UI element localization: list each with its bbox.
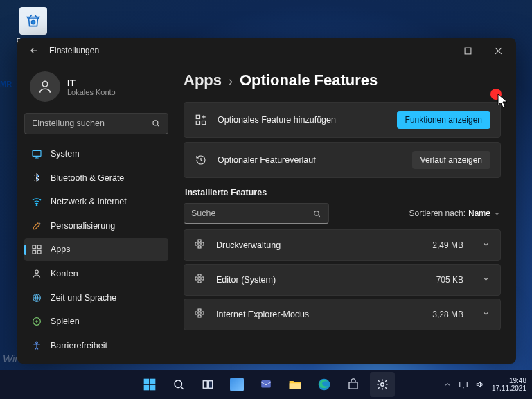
feature-size: 3,28 MB [432,310,463,319]
svg-point-2 [42,81,48,87]
sidebar-item-system[interactable]: System [24,143,168,166]
sidebar-item-label: Konten [51,269,78,278]
feature-name: Druckverwaltung [216,240,423,250]
desktop-side-label: MR [0,80,12,88]
puzzle-icon [194,273,206,287]
feature-row[interactable]: Editor (System) 705 KB [184,264,501,296]
sort-control[interactable]: Sortieren nach: Name [409,209,501,218]
settings-search-placeholder: Einstellung suchen [32,118,151,128]
svg-rect-25 [261,380,271,388]
feature-size: 705 KB [436,275,463,285]
history-card: Optionaler Featureverlauf Verlauf anzeig… [184,142,501,178]
main-content: Apps › Optionale Features Optionales Fea… [175,63,516,364]
svg-point-5 [36,205,37,206]
edge-button[interactable] [312,372,337,397]
page-title: Optionale Features [240,71,378,89]
chevron-up-icon[interactable] [443,380,452,389]
sidebar-item-time[interactable]: Zeit und Sprache [24,286,168,309]
titlebar: Einstellungen [17,38,516,63]
sidebar-item-apps[interactable]: Apps [24,238,168,261]
search-button[interactable] [166,372,191,397]
explorer-button[interactable] [283,372,308,397]
sort-value: Name [468,209,490,218]
clock[interactable]: 19:48 17.11.2021 [492,377,526,393]
svg-rect-15 [202,121,206,125]
svg-rect-7 [37,245,41,249]
account-block[interactable]: IT Lokales Konto [24,67,168,112]
puzzle-icon [194,308,206,321]
puzzle-icon [194,238,206,252]
svg-rect-19 [150,379,156,384]
sidebar-item-label: Bluetooth & Geräte [51,173,124,183]
sidebar-item-label: Zeit und Sprache [51,293,116,303]
volume-tray-icon[interactable] [475,380,485,389]
sidebar-item-personalization[interactable]: Personalisierung [24,214,168,237]
svg-rect-24 [209,381,213,389]
settings-window: Einstellungen IT Lokales Konto Einstellu… [17,38,516,364]
bluetooth-icon [31,172,42,184]
view-history-button[interactable]: Verlauf anzeigen [412,151,490,169]
click-indicator [490,89,502,100]
svg-rect-8 [33,251,36,254]
close-button[interactable] [483,38,513,63]
svg-point-28 [381,383,384,387]
installed-header: Installierte Features [185,188,499,197]
chat-button[interactable] [254,372,278,397]
brush-icon [31,220,42,231]
window-title: Einstellungen [49,46,99,55]
feature-name: Editor (System) [216,275,427,285]
feature-row[interactable]: Internet Explorer-Modus 3,28 MB [184,299,501,330]
user-icon [31,268,42,279]
feature-row[interactable]: Druckverwaltung 2,49 MB [184,229,501,261]
store-button[interactable] [341,372,366,397]
svg-rect-9 [37,251,41,254]
sidebar-item-network[interactable]: Netzwerk & Internet [24,190,168,213]
settings-search-input[interactable]: Einstellung suchen [24,113,168,134]
svg-rect-1 [465,48,471,54]
sidebar-item-accessibility[interactable]: Barrierefreiheit [24,334,168,357]
wifi-icon [31,196,42,207]
sidebar-item-label: Spielen [51,317,80,326]
task-view-button[interactable] [195,372,220,397]
chevron-down-icon [481,274,490,286]
chevron-down-icon [493,210,501,218]
sidebar-item-bluetooth[interactable]: Bluetooth & Geräte [24,166,168,189]
svg-point-17 [314,211,319,215]
feature-search-placeholder: Suche [191,209,312,218]
account-name: IT [67,78,116,88]
feature-name: Internet Explorer-Modus [216,310,423,319]
chevron-down-icon [481,308,490,321]
svg-point-22 [175,380,182,388]
minimize-button[interactable] [422,38,452,63]
breadcrumb: Apps › Optionale Features [184,71,501,89]
svg-point-3 [153,121,158,125]
settings-taskbar-button[interactable] [370,372,395,397]
history-icon [194,153,208,167]
sidebar-item-gaming[interactable]: Spielen [24,310,168,333]
svg-rect-16 [196,121,200,125]
search-icon [151,118,161,128]
feature-search-input[interactable]: Suche [184,203,329,224]
sort-prefix: Sortieren nach: [409,209,466,218]
account-sub: Lokales Konto [67,88,116,96]
date-text: 17.11.2021 [492,384,526,393]
chevron-right-icon: › [229,74,233,89]
view-features-button[interactable]: Funktionen anzeigen [397,111,490,129]
add-feature-label: Optionales Feature hinzufügen [218,115,387,125]
chevron-down-icon [481,239,490,251]
svg-rect-23 [203,381,207,389]
breadcrumb-parent[interactable]: Apps [184,71,222,89]
start-button[interactable] [137,372,162,397]
time-text: 19:48 [492,377,526,385]
system-tray[interactable]: 19:48 17.11.2021 [443,377,526,393]
sidebar-item-accounts[interactable]: Konten [24,263,168,285]
svg-point-10 [35,270,39,274]
accessibility-icon [31,340,42,351]
maximize-button[interactable] [452,38,483,63]
back-button[interactable] [24,41,44,60]
sidebar-item-label: Netzwerk & Internet [51,197,127,206]
svg-rect-14 [196,115,200,118]
widgets-button[interactable] [224,372,249,397]
svg-rect-26 [290,383,301,389]
network-tray-icon[interactable] [459,380,468,389]
